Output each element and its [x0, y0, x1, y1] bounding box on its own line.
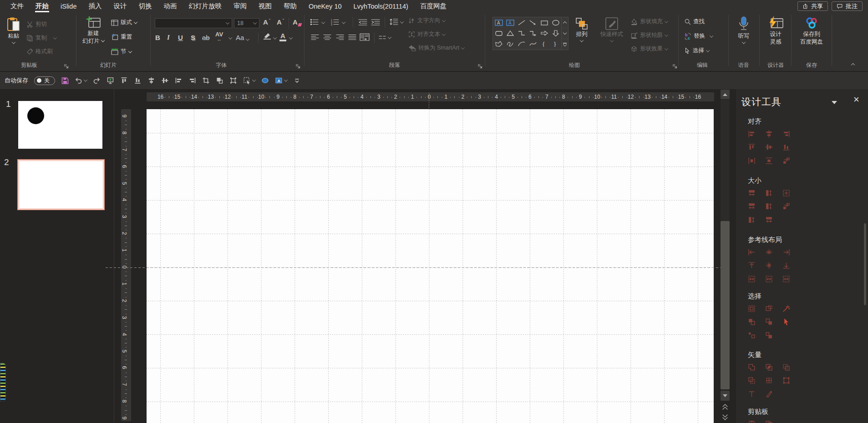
fit-width-icon[interactable]: [747, 202, 756, 211]
guide-arrow-right-icon[interactable]: [782, 247, 791, 257]
align-middle-vertical-button[interactable]: [161, 77, 169, 85]
more-commands-button[interactable]: [293, 77, 301, 85]
shape-elbow-arrow-connector[interactable]: [527, 28, 538, 38]
select-front-layer-icon[interactable]: [747, 317, 756, 327]
shape-effects-button[interactable]: 形状效果: [630, 45, 668, 53]
pen-edit-icon[interactable]: [764, 389, 773, 398]
scroll-up-button[interactable]: [721, 90, 730, 99]
shape-triangle[interactable]: [504, 28, 516, 38]
shapes-scroll-up[interactable]: [562, 17, 568, 28]
fit-height-icon[interactable]: [764, 202, 773, 211]
scroll-thumb[interactable]: [721, 221, 730, 389]
menu-item-6[interactable]: 切换: [132, 0, 157, 12]
dictate-dropdown-icon[interactable]: [742, 40, 746, 44]
guide-arrow-down-icon[interactable]: [782, 261, 791, 270]
menu-item-3[interactable]: iSlide: [55, 0, 82, 12]
exclude-shapes-icon[interactable]: [782, 376, 791, 385]
same-width-icon[interactable]: [747, 188, 756, 197]
oval-shape-button[interactable]: [261, 77, 269, 85]
paste-item-icon[interactable]: [747, 419, 756, 423]
arrange-button[interactable]: 排列: [572, 17, 591, 42]
select-same-box-icon[interactable]: [764, 304, 773, 313]
fragment-shapes-icon[interactable]: [764, 376, 773, 385]
shape-brace-right[interactable]: }: [550, 38, 561, 49]
crop-button[interactable]: [202, 77, 210, 85]
replace-button[interactable]: bc 替换: [684, 32, 713, 40]
text-to-vector-icon[interactable]: [747, 389, 756, 398]
panel-divider[interactable]: [114, 89, 114, 423]
slideshow-from-current-button[interactable]: [107, 77, 114, 85]
align-top-button[interactable]: [120, 77, 128, 85]
swap-position-icon[interactable]: [782, 156, 791, 165]
intersect-shapes-icon[interactable]: [764, 363, 773, 372]
menu-item-8[interactable]: 幻灯片放映: [183, 0, 228, 12]
select-large-objects-icon[interactable]: [764, 331, 773, 340]
group-objects-button[interactable]: [229, 77, 237, 85]
select-back-layer-icon[interactable]: [764, 317, 773, 327]
docked-widget[interactable]: [0, 363, 6, 401]
find-button[interactable]: 查找: [684, 18, 705, 25]
shape-freeform[interactable]: [493, 38, 504, 49]
panel-dropdown-icon[interactable]: [832, 101, 837, 104]
shape-fill-button[interactable]: 形状填充: [630, 18, 668, 25]
menu-item-2[interactable]: 开始: [30, 0, 55, 12]
menu-item-1[interactable]: 文件: [5, 0, 30, 12]
save-to-netdisk-button[interactable]: 保存到 百度网盘: [795, 16, 828, 46]
shapes-more[interactable]: [562, 39, 568, 50]
guide-arrow-left-icon[interactable]: [747, 247, 756, 257]
arrange-dropdown-icon[interactable]: [580, 38, 584, 42]
shape-rounded-rectangle[interactable]: [493, 28, 504, 38]
shape-textbox-vertical[interactable]: A: [504, 17, 516, 28]
dictate-button[interactable]: 听写: [733, 16, 754, 44]
align-center-horizontal-button[interactable]: [147, 77, 155, 85]
quick-styles-dropdown-icon[interactable]: [610, 38, 614, 42]
menu-item-4[interactable]: 插入: [82, 0, 107, 12]
horizontal-guide-line[interactable]: [106, 267, 721, 268]
select-objects-button[interactable]: [243, 77, 255, 85]
union-shapes-icon[interactable]: [747, 363, 756, 372]
align-middle-v-icon[interactable]: [764, 143, 773, 152]
guide-distribute-h-icon[interactable]: [747, 274, 756, 283]
align-right-button[interactable]: [188, 77, 196, 85]
shape-rectangle[interactable]: [538, 17, 550, 28]
slide-2-thumbnail[interactable]: [17, 159, 105, 210]
menu-item-5[interactable]: 设计: [107, 0, 132, 12]
shape-curve[interactable]: [527, 38, 538, 49]
previous-slide-button[interactable]: [722, 403, 728, 411]
menu-item-11[interactable]: 帮助: [278, 0, 303, 12]
distribute-v-icon[interactable]: [764, 156, 773, 165]
combine-shapes-icon[interactable]: [747, 376, 756, 385]
align-right-icon[interactable]: [782, 129, 791, 138]
select-all-box-icon[interactable]: [747, 304, 756, 313]
menu-item-9[interactable]: 审阅: [228, 0, 253, 12]
guide-distribute-both-icon[interactable]: [782, 274, 791, 283]
scroll-down-button[interactable]: [721, 391, 730, 401]
shape-arrow[interactable]: [527, 17, 538, 28]
shapes-scroll-down[interactable]: [562, 28, 568, 39]
replace-dropdown-icon[interactable]: [710, 34, 713, 37]
subtract-shapes-icon[interactable]: [782, 363, 791, 372]
same-height-icon[interactable]: [764, 188, 773, 197]
shape-scribble[interactable]: [504, 38, 516, 49]
comments-button[interactable]: 批注: [832, 1, 863, 11]
undo-button[interactable]: [75, 77, 87, 85]
align-left-button[interactable]: [175, 77, 183, 85]
bring-forward-button[interactable]: [216, 77, 223, 85]
same-size-icon[interactable]: [782, 188, 791, 197]
magic-select-icon[interactable]: [782, 304, 791, 313]
quick-styles-button[interactable]: 快速样式: [598, 17, 626, 42]
align-bottom-button[interactable]: [134, 77, 142, 85]
guide-distribute-v-icon[interactable]: [764, 274, 773, 283]
align-bottom-icon[interactable]: [782, 143, 791, 152]
drawing-dialog-launcher[interactable]: [672, 64, 678, 69]
menu-item-10[interactable]: 视图: [253, 0, 278, 12]
menu-item-14[interactable]: 百度网盘: [414, 0, 452, 12]
stretch-width-icon[interactable]: [764, 215, 773, 224]
swap-size-icon[interactable]: [782, 202, 791, 211]
save-button[interactable]: [61, 77, 69, 85]
stretch-height-icon[interactable]: [747, 215, 756, 224]
menu-item-12[interactable]: OneKey 10: [303, 0, 348, 12]
shape-oval[interactable]: [550, 17, 561, 28]
pointer-select-icon[interactable]: [782, 317, 791, 327]
select-button[interactable]: 选择: [684, 47, 709, 55]
